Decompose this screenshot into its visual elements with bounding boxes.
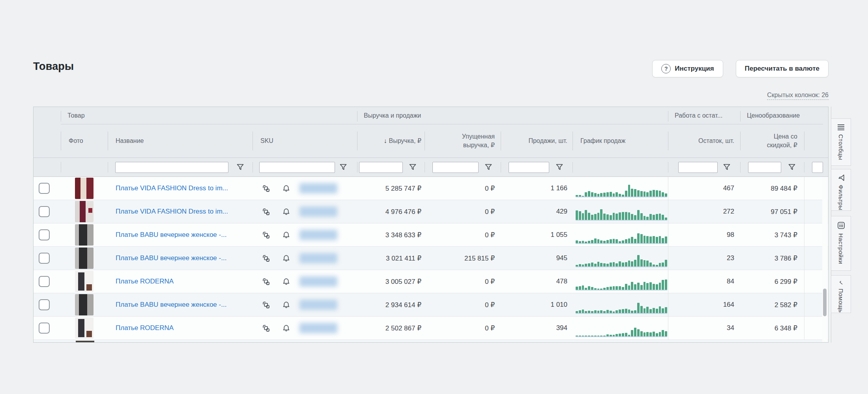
bell-icon[interactable] [282, 184, 290, 193]
funnel-icon[interactable] [340, 164, 347, 171]
funnel-icon[interactable] [485, 164, 492, 171]
col-revenue[interactable]: ↓ Выручка, ₽ [357, 124, 425, 158]
filter-icon [838, 174, 844, 181]
missed-revenue-filter-input[interactable] [432, 162, 479, 173]
sales-chart-cell [572, 247, 668, 270]
similar-items-icon[interactable] [262, 254, 270, 263]
col-stock[interactable]: Остаток, шт. [668, 124, 740, 158]
hidden-columns-link[interactable]: Скрытых колонок: 26 [767, 92, 829, 100]
sku-value-blurred[interactable] [299, 206, 337, 217]
tab-settings[interactable]: Настройки [831, 216, 851, 271]
similar-items-icon[interactable] [262, 208, 270, 216]
funnel-icon[interactable] [409, 164, 416, 171]
funnel-icon[interactable] [556, 164, 563, 171]
missed-revenue-cell: 0 ₽ [425, 293, 501, 316]
col-missed-revenue[interactable]: Упущенная выручка, ₽ [425, 124, 501, 158]
bell-icon[interactable] [282, 324, 290, 332]
name-filter-input[interactable] [115, 162, 228, 173]
sku-value-blurred[interactable] [299, 276, 337, 287]
bell-icon[interactable] [282, 278, 290, 286]
row-checkbox[interactable] [39, 323, 50, 334]
products-table: Товар Выручка и продажи Работа с остат..… [33, 107, 829, 343]
discount-price-cell: 3 786 ₽ [740, 247, 804, 270]
row-checkbox[interactable] [39, 299, 50, 310]
sales-mini-bar-chart[interactable] [576, 272, 667, 291]
sales-mini-bar-chart[interactable] [576, 319, 667, 337]
product-photo[interactable] [75, 224, 94, 246]
photo-cell [61, 177, 108, 200]
product-name-link[interactable]: Платье RODERNA [108, 278, 174, 285]
similar-items-icon[interactable] [262, 301, 270, 309]
sku-value-blurred[interactable] [299, 323, 337, 333]
cutoff-cell [804, 317, 823, 340]
col-checkbox [34, 124, 61, 158]
product-name-link[interactable]: Платье BABU вечернее женское -... [108, 231, 226, 239]
table-row: Платье VIDA FASHION Dress to im... 4 976… [34, 200, 828, 223]
sales-mini-bar-chart[interactable] [576, 249, 667, 267]
product-photo[interactable] [75, 201, 94, 222]
sales-filter-input[interactable] [509, 162, 549, 173]
product-photo[interactable] [75, 294, 94, 315]
filter-chart-spacer [572, 158, 668, 176]
sku-value-blurred[interactable] [299, 230, 337, 240]
product-name-link[interactable]: Платье VIDA FASHION Dress to im... [108, 208, 228, 216]
name-cell: Платье BABU вечернее женское -... [108, 223, 253, 246]
col-name[interactable]: Название [108, 124, 253, 158]
funnel-icon[interactable] [723, 164, 730, 171]
checkbox-cell [34, 200, 61, 223]
bell-icon[interactable] [282, 208, 290, 216]
bell-icon[interactable] [282, 301, 290, 309]
col-discount-price[interactable]: Цена со скидкой, ₽ [740, 124, 804, 158]
row-checkbox[interactable] [39, 276, 50, 287]
sales-mini-bar-chart[interactable] [576, 296, 667, 314]
tab-columns[interactable]: Столбцы [831, 118, 851, 166]
col-sku[interactable]: SKU [253, 124, 357, 158]
row-checkbox[interactable] [39, 206, 50, 217]
product-photo[interactable] [75, 248, 94, 269]
similar-items-icon[interactable] [262, 278, 270, 286]
product-photo[interactable] [75, 317, 94, 339]
filter-cutoff [804, 158, 823, 176]
stock-filter-input[interactable] [678, 162, 718, 173]
sales-chart-cell [572, 200, 668, 223]
row-checkbox[interactable] [39, 229, 50, 240]
similar-items-icon[interactable] [262, 184, 270, 193]
missed-revenue-cell: 0 ₽ [425, 270, 501, 293]
product-name-link[interactable]: Платье BABU вечернее женское -... [108, 254, 226, 262]
sales-mini-bar-chart[interactable] [576, 203, 667, 221]
filter-name [108, 158, 253, 176]
table-scrollbar[interactable] [822, 177, 828, 342]
cutoff-filter-input[interactable] [812, 162, 823, 173]
row-checkbox[interactable] [39, 183, 50, 194]
recalculate-currency-button[interactable]: Пересчитать в валюте [736, 60, 829, 77]
instruction-button[interactable]: ? Инструкция [652, 60, 723, 77]
product-photo[interactable] [75, 271, 94, 292]
product-photo[interactable] [75, 178, 94, 199]
sku-filter-input[interactable] [259, 162, 335, 173]
col-sales-chart: График продаж [572, 124, 668, 158]
sku-value-blurred[interactable] [299, 183, 337, 193]
sku-value-blurred[interactable] [299, 300, 337, 310]
funnel-icon[interactable] [237, 164, 244, 171]
funnel-icon[interactable] [788, 164, 795, 171]
bell-icon[interactable] [282, 254, 290, 263]
similar-items-icon[interactable] [262, 231, 270, 239]
sku-value-blurred[interactable] [299, 253, 337, 263]
table-row: Платье VIDA FASHION Dress to im... 5 285… [34, 177, 828, 200]
col-sales[interactable]: Продажи, шт. [501, 124, 572, 158]
tab-filters[interactable]: Фильтры [831, 169, 851, 211]
bell-icon[interactable] [282, 231, 290, 239]
sales-mini-bar-chart[interactable] [576, 179, 667, 197]
discount-price-filter-input[interactable] [748, 162, 781, 173]
product-name-link[interactable]: Платье VIDA FASHION Dress to im... [108, 184, 228, 192]
photo-cell [61, 223, 108, 246]
product-name-link[interactable]: Платье BABU вечернее женское -... [108, 301, 226, 309]
sales-mini-bar-chart[interactable] [576, 226, 667, 244]
revenue-filter-input[interactable] [359, 162, 403, 173]
tab-help[interactable]: Помощь [831, 275, 851, 313]
product-name-link[interactable]: Платье RODERNA [108, 324, 174, 332]
scrollbar-thumb[interactable] [823, 289, 827, 316]
row-checkbox[interactable] [39, 253, 50, 264]
similar-items-icon[interactable] [262, 324, 270, 332]
photo-cell [61, 317, 108, 340]
